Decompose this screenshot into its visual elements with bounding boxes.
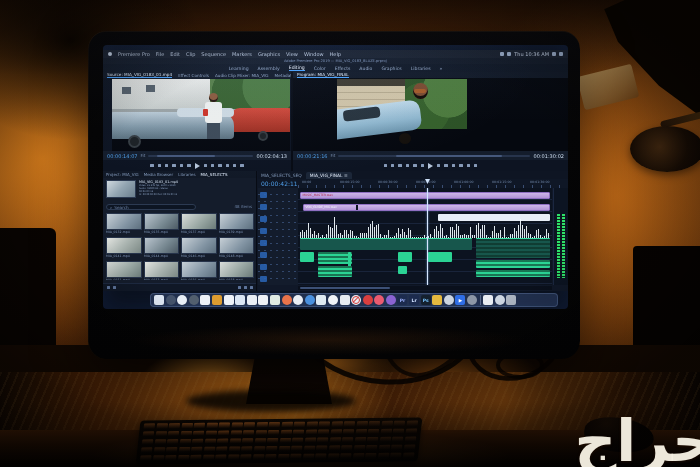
program-transport-button[interactable]	[467, 164, 470, 167]
source-transport-button[interactable]	[204, 164, 207, 167]
program-transport-button[interactable]	[384, 164, 387, 167]
program-video-frame[interactable]	[337, 79, 467, 151]
project-tab[interactable]: MIA_SELECTS	[200, 172, 227, 177]
project-tab[interactable]: Libraries	[178, 172, 195, 177]
program-transport-button[interactable]	[474, 164, 477, 167]
track-toggle-badge[interactable]	[260, 276, 267, 282]
source-transport-button[interactable]	[218, 164, 221, 167]
dock-icon-app-store[interactable]	[305, 295, 315, 305]
source-tab[interactable]: Effect Controls	[178, 73, 209, 78]
source-timecode[interactable]: 00:00:14:07	[107, 153, 138, 159]
clip-thumbnail[interactable]: MIA_0139.mp4	[219, 213, 255, 235]
track-toggle-badge[interactable]	[260, 252, 267, 258]
clip-thumbnail[interactable]: MIA_0141.mp4	[106, 237, 142, 259]
time-ruler[interactable]: 00:0000:00:15:0000:00:30:0000:00:45:0000…	[298, 179, 568, 188]
source-transport-button[interactable]	[226, 164, 229, 167]
dock-icon-lightroom[interactable]: Lr	[409, 295, 419, 305]
program-play-button[interactable]	[428, 163, 433, 169]
audio-clip[interactable]	[428, 252, 452, 262]
dock-icon-folders[interactable]	[432, 295, 442, 305]
sequence-tab-active[interactable]: MIA_VIG_FINAL ≡	[306, 172, 352, 179]
dock-icon-pages-doc[interactable]	[224, 295, 234, 305]
dock-icon-doc[interactable]	[258, 295, 268, 305]
source-transport-button[interactable]	[158, 164, 161, 167]
source-transport-button[interactable]	[240, 164, 243, 167]
delete-icon[interactable]	[250, 286, 253, 289]
source-tab[interactable]: Audio Clip Mixer: MIA_VIG	[215, 73, 269, 78]
track-toggle-badge[interactable]	[260, 216, 267, 222]
menu-item-clip[interactable]: Clip	[186, 51, 195, 57]
dock-icon-maps[interactable]	[316, 295, 326, 305]
dock-icon-excel-doc[interactable]	[270, 295, 280, 305]
audio-clip[interactable]	[476, 238, 550, 258]
audio-clip[interactable]	[398, 252, 412, 262]
dock-icon-finder[interactable]	[154, 295, 164, 305]
track-toggle-badge[interactable]	[260, 228, 267, 234]
source-fit-dropdown[interactable]: Fit	[141, 153, 146, 158]
workspace-tab-graphics[interactable]: Graphics	[381, 66, 401, 71]
clip-thumbnail[interactable]: MIA_0158.mp4	[219, 261, 255, 280]
dock-icon-tv-play[interactable]: ▶	[455, 295, 465, 305]
control-center-icon[interactable]	[559, 52, 563, 56]
dock-icon-premiere-pro[interactable]: Pr	[397, 295, 407, 305]
menu-bar-clock[interactable]: Thu 10:36 AM	[514, 51, 549, 57]
spotlight-icon[interactable]	[552, 52, 556, 56]
sequence-timecode[interactable]: 00:00:42:11	[258, 180, 298, 187]
workspace-tab-effects[interactable]: Effects	[335, 66, 351, 71]
program-transport-button[interactable]	[459, 164, 462, 167]
dock-icon-imovie[interactable]	[467, 295, 477, 305]
program-transport-button[interactable]	[406, 164, 409, 167]
dock-icon-iphone[interactable]	[483, 295, 493, 305]
source-transport-button[interactable]	[233, 164, 236, 167]
clip-thumbnail[interactable]: MIA_0137.mp4	[181, 213, 217, 235]
source-transport-button[interactable]	[211, 164, 214, 167]
dock-icon-quicktime[interactable]	[444, 295, 454, 305]
menu-item-window[interactable]: Window	[304, 51, 324, 57]
dock-icon-blocked[interactable]	[351, 295, 361, 305]
dock-icon-word-doc[interactable]	[235, 295, 245, 305]
icon-view-icon[interactable]	[113, 286, 116, 289]
menu-item-file[interactable]: File	[156, 51, 164, 57]
source-video-frame[interactable]	[112, 79, 290, 151]
audio-clip[interactable]	[318, 266, 352, 277]
program-transport-button[interactable]	[444, 164, 447, 167]
dock-icon-photoshop[interactable]: Ps	[421, 295, 431, 305]
clip-thumbnail[interactable]: MIA_0144.mp4	[144, 237, 180, 259]
battery-icon[interactable]	[507, 52, 511, 56]
program-zoom-scrollbar[interactable]	[338, 155, 530, 157]
music-clip[interactable]: MUSIC_MASTER.wav	[300, 192, 550, 199]
dock-icon-books-folder[interactable]	[212, 295, 222, 305]
dock-icon-doc[interactable]	[247, 295, 257, 305]
menu-item-markers[interactable]: Markers	[232, 51, 252, 57]
dock-icon-keynote[interactable]	[340, 295, 350, 305]
source-transport-button[interactable]	[165, 164, 168, 167]
dock-icon-photos[interactable]	[328, 295, 338, 305]
audio-clip[interactable]	[300, 238, 472, 250]
program-transport-button[interactable]	[391, 164, 394, 167]
dock-icon-chrome[interactable]	[293, 295, 303, 305]
playhead[interactable]	[427, 188, 428, 285]
clip-thumbnail[interactable]: MIA_0153.mp4	[144, 261, 180, 280]
wifi-icon[interactable]	[500, 52, 504, 56]
clip-preview-thumbnail[interactable]	[106, 180, 136, 198]
apple-menu-icon[interactable]	[108, 52, 112, 56]
source-tab[interactable]: Source: MIA_VIG_0183_01.mp4	[107, 72, 172, 78]
audio-clip[interactable]	[476, 270, 550, 277]
dock-icon-system-preferences[interactable]	[189, 295, 199, 305]
source-transport-button[interactable]	[172, 164, 175, 167]
project-search-input[interactable]: ⌕ Search	[106, 204, 196, 210]
program-fit-dropdown[interactable]: Fit	[331, 153, 336, 158]
program-transport-button[interactable]	[398, 164, 401, 167]
dock-icon-pinterest[interactable]	[363, 295, 373, 305]
workspace-tab-color[interactable]: Color	[314, 66, 326, 71]
menu-item-graphics[interactable]: Graphics	[258, 51, 280, 57]
track-toggle-badge[interactable]	[260, 240, 267, 246]
program-transport-button[interactable]	[452, 164, 455, 167]
clip-thumbnail[interactable]: MIA_0151.mp4	[106, 261, 142, 280]
source-transport-button[interactable]	[150, 164, 153, 167]
project-tab[interactable]: Project: MIA_VIG	[106, 172, 139, 177]
clip-thumbnail[interactable]: MIA_0148.mp4	[219, 237, 255, 259]
dock-icon-safari[interactable]	[177, 295, 187, 305]
menu-item-help[interactable]: Help	[330, 51, 341, 57]
dock-icon-notes-doc[interactable]	[200, 295, 210, 305]
